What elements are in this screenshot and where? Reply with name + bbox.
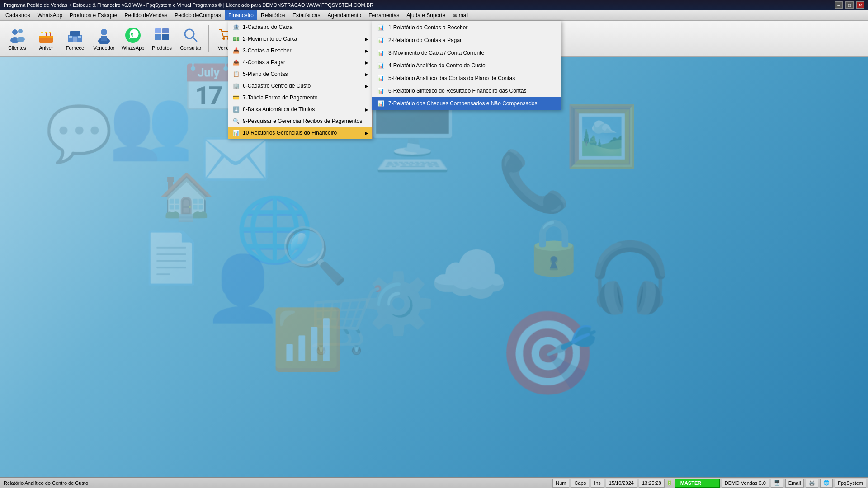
relatorios-gerenciais-icon: 📊 <box>232 129 240 137</box>
menu-cadastros[interactable]: Cadastros <box>2 10 34 20</box>
tabela-forma-icon: 💳 <box>232 94 240 102</box>
cadastro-centro-label: 6-Cadastro Centro de Custo <box>243 83 311 89</box>
caixa-menu-icon: 🏦 <box>232 23 240 31</box>
mov-caixa-menu-icon: 💵 <box>232 35 240 43</box>
plano-contas-icon: 📋 <box>232 70 240 78</box>
bg-gear-icon: ⚙️ <box>362 269 435 338</box>
battery-icon: 🔋 <box>666 480 673 486</box>
close-button[interactable]: ✕ <box>856 1 864 9</box>
menu-cadastro-centro[interactable]: 🏢 6-Cadastro Centro de Custo ▶ <box>228 80 372 92</box>
contas-pagar-label: 4-Contas a Pagar <box>243 59 285 66</box>
sub-rel-mov-caixa[interactable]: 📊 3-Movimento de Caixa / Conta Corrente <box>372 47 561 59</box>
whatsapp-label: WhatsApp <box>122 45 145 51</box>
bg-lock-icon: 🔒 <box>520 215 588 279</box>
menu-contas-receber[interactable]: 📥 3-Contas a Receber ▶ <box>228 45 372 56</box>
menu-cadastro-caixa[interactable]: 🏦 1-Cadastro do Caixa <box>228 21 372 33</box>
bg-cloud-icon: ☁️ <box>429 238 509 312</box>
menu-ferramentas[interactable]: Ferramentas <box>365 10 403 20</box>
svg-rect-5 <box>39 36 53 38</box>
caixa-menu-label: 1-Cadastro do Caixa <box>243 24 292 30</box>
svg-point-0 <box>12 29 18 35</box>
sub-rel-7-icon: 📊 <box>377 99 385 108</box>
contas-receber-label: 3-Contas a Receber <box>243 47 291 54</box>
relatorios-gerenciais-arrow: ▶ <box>365 131 368 136</box>
sub-rel-3-icon: 📊 <box>377 49 385 57</box>
contas-receber-icon: 📥 <box>232 47 240 55</box>
status-email: Email <box>785 479 804 488</box>
relatorios-gerenciais-label: 10-Relatórios Gerenciais do Financeiro <box>243 130 337 136</box>
sub-rel-5-icon: 📊 <box>377 74 385 82</box>
svg-point-17 <box>101 29 107 35</box>
menu-financeiro[interactable]: Financeiro <box>225 10 257 20</box>
baixa-automatica-label: 8-Baixa Automática de Títulos <box>243 106 315 113</box>
svg-rect-21 <box>155 34 161 40</box>
menu-movimento-caixa[interactable]: 💵 2-Movimento de Caixa ▶ <box>228 33 372 45</box>
status-caps: Caps <box>571 479 589 488</box>
aniver-icon <box>37 26 55 44</box>
sub-rel-analitico-centro[interactable]: 📊 4-Relatório Analítico do Centro de Cus… <box>372 59 561 72</box>
sub-rel-2-label: 2-Relatório do Contas a Pagar <box>388 37 462 43</box>
fornece-label: Fornece <box>66 45 84 51</box>
status-ins: Ins <box>591 479 604 488</box>
produtos-label: Produtos <box>152 45 172 51</box>
status-text: Relatório Analítico do Centro de Custo <box>2 480 551 486</box>
menu-whatsapp[interactable]: WhatsApp <box>34 10 66 20</box>
toolbar-produtos[interactable]: Produtos <box>148 23 175 54</box>
svg-point-1 <box>18 29 23 33</box>
sub-rel-contas-pagar[interactable]: 📊 2-Relatório do Contas a Pagar <box>372 34 561 47</box>
menu-produtos-estoque[interactable]: Produtos e Estoque <box>66 10 121 20</box>
toolbar-consultar[interactable]: Consultar <box>177 23 204 54</box>
menu-baixa-automatica[interactable]: ⬇️ 8-Baixa Automática de Títulos ▶ <box>228 103 372 115</box>
svg-point-3 <box>17 37 25 42</box>
mov-caixa-arrow: ▶ <box>365 37 368 42</box>
toolbar-fornece[interactable]: Fornece <box>61 23 89 54</box>
status-time: 13:25:28 <box>639 479 665 488</box>
title-bar: Programa Pedido de Vendas + Estoque & Fi… <box>0 0 868 10</box>
window-title: Programa Pedido de Vendas + Estoque & Fi… <box>4 2 373 8</box>
menu-estatisticas[interactable]: Estatísticas <box>289 10 324 20</box>
toolbar-whatsapp[interactable]: WhatsApp <box>119 23 146 54</box>
menu-pedido-vendas[interactable]: Pedido de Vendas <box>121 10 171 20</box>
toolbar-clientes[interactable]: Clientes <box>4 23 31 54</box>
sub-rel-cheques[interactable]: 📊 7-Relatório dos Cheques Compensados e … <box>372 97 561 110</box>
svg-rect-15 <box>69 36 72 38</box>
menu-tabela-forma[interactable]: 💳 7-Tabela Forma de Pagamento <box>228 92 372 103</box>
svg-rect-22 <box>162 34 169 40</box>
menu-pesquisar-recibos[interactable]: 🔍 9-Pesquisar e Gerenciar Recibos de Pag… <box>228 115 372 127</box>
sub-rel-analitico-plano[interactable]: 📊 5-Relatório Analítico das Contas do Pl… <box>372 72 561 84</box>
maximize-button[interactable]: □ <box>845 1 854 9</box>
menu-relatorios-gerenciais[interactable]: 📊 10-Relatórios Gerenciais do Financeiro… <box>228 127 372 139</box>
menu-ajuda-suporte[interactable]: Ajuda e Suporte <box>403 10 449 20</box>
svg-rect-13 <box>70 31 80 36</box>
sub-rel-contas-receber[interactable]: 📊 1-Relatório do Contas a Receber <box>372 21 561 34</box>
sub-rel-3-label: 3-Movimento de Caixa / Conta Corrente <box>388 50 484 56</box>
status-monitor-icon: 🖥️ <box>771 479 783 488</box>
baixa-automatica-icon: ⬇️ <box>232 105 240 113</box>
svg-line-26 <box>193 37 197 41</box>
menu-mail[interactable]: ✉ mail <box>449 10 472 20</box>
window-controls: – □ ✕ <box>835 1 864 9</box>
sub-rel-4-label: 4-Relatório Analítico do Centro de Custo <box>388 62 486 69</box>
clientes-label: Clientes <box>8 45 26 51</box>
menu-plano-contas[interactable]: 📋 5-Plano de Contas ▶ <box>228 68 372 80</box>
plano-contas-label: 5-Plano de Contas <box>243 71 288 77</box>
contas-pagar-arrow: ▶ <box>365 60 368 65</box>
bg-wifi-icon: 📶 <box>271 305 344 374</box>
consultar-icon <box>182 26 200 44</box>
cadastro-centro-arrow: ▶ <box>365 84 368 89</box>
svg-rect-23 <box>155 28 161 33</box>
menu-contas-pagar[interactable]: 📤 4-Contas a Pagar ▶ <box>228 56 372 68</box>
sub-rel-6-icon: 📊 <box>377 87 385 95</box>
toolbar-vendedor[interactable]: Vendedor <box>90 23 118 54</box>
bg-globe-icon: 🌐 <box>235 192 314 267</box>
minimize-button[interactable]: – <box>835 1 843 9</box>
menu-pedido-compras[interactable]: Pedido de Compras <box>171 10 225 20</box>
bg-search-icon: 🔍 <box>280 224 348 288</box>
bg-target-icon: 🎯 <box>497 305 599 401</box>
toolbar-aniver[interactable]: Aniver <box>33 23 60 54</box>
clientes-icon <box>8 26 26 44</box>
sub-rel-sintetico[interactable]: 📊 6-Relatório Sintético do Resultado Fin… <box>372 84 561 97</box>
toolbar-separator-1 <box>208 25 209 52</box>
menu-relatorios[interactable]: Relatórios <box>257 10 289 20</box>
menu-agendamento[interactable]: Agendamento <box>324 10 365 20</box>
